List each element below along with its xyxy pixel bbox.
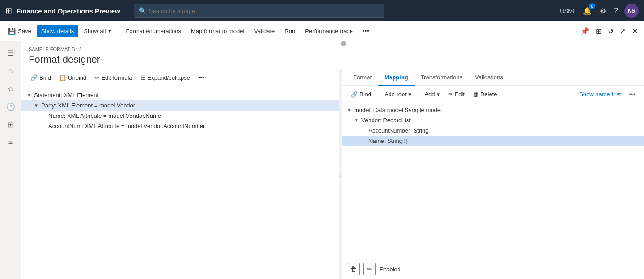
close-button[interactable]: ✕ [629, 24, 640, 38]
tree-item-label-1: Party: XML Element = model.Vendor [41, 102, 135, 109]
format-toolbar: 🔗 Bind 📋 Unbind ✏ Edit formula ☰ Expand/… [21, 69, 339, 86]
delete-button[interactable]: 🗑 Delete [469, 89, 501, 100]
format-more-icon: ••• [198, 74, 204, 81]
top-nav: ⊞ Finance and Operations Preview 🔍 USMF … [0, 0, 644, 21]
add-label: Add [424, 91, 435, 98]
unbind-button[interactable]: 📋 Unbind [55, 72, 90, 83]
mtree-arrow-3 [361, 138, 367, 143]
tab-format[interactable]: Format [347, 69, 378, 86]
mtree-item-name[interactable]: Name: String[!] [342, 136, 644, 146]
mtree-item-vendor[interactable]: ▼ Vendor: Record list [342, 115, 644, 125]
show-name-first-button[interactable]: Show name first [576, 89, 624, 100]
unbind-label: Unbind [68, 74, 86, 81]
cmd-right: 📌 ⊞ ↺ ⤢ ✕ [578, 24, 640, 38]
tree-item-statement[interactable]: ▼ Statement: XML Element [21, 90, 339, 100]
edit-formula-button[interactable]: ✏ Edit formula [91, 72, 136, 83]
help-button[interactable]: ? [612, 5, 620, 17]
notif-badge: 0 [589, 3, 595, 9]
show-all-label: Show all [84, 28, 106, 34]
add-root-icon: + [379, 91, 383, 98]
search-input[interactable] [149, 8, 379, 14]
show-name-first-label: Show name first [579, 91, 621, 98]
app-grid-icon[interactable]: ⊞ [5, 6, 12, 16]
open-new-button[interactable]: ⤢ [617, 24, 628, 38]
format-tree: ▼ Statement: XML Element ▼ Party: XML El… [21, 86, 339, 279]
tree-item-accountnum[interactable]: AccountNum: XML Attribute = model.Vendor… [21, 121, 339, 131]
separator-1 [119, 26, 119, 37]
search-bar[interactable]: 🔍 [134, 4, 384, 18]
page-header: SAMPLE FORMAT B : 2 Format designer [21, 41, 644, 69]
refresh-button[interactable]: ↺ [605, 24, 616, 38]
settings-button[interactable]: ⚙ [598, 5, 608, 17]
unbind-icon: 📋 [59, 74, 66, 81]
tree-item-name[interactable]: Name: XML Attribute = model.Vendor.Name [21, 111, 339, 121]
tab-validations[interactable]: Validations [469, 69, 509, 86]
validate-button[interactable]: Validate [250, 25, 279, 37]
format-enumerations-button[interactable]: Format enumerations [122, 25, 186, 37]
tree-item-party[interactable]: ▼ Party: XML Element = model.Vendor [21, 100, 339, 111]
mapping-more-button[interactable]: ••• [625, 89, 639, 100]
show-details-button[interactable]: Show details [37, 25, 79, 37]
tree-arrow-0: ▼ [27, 93, 32, 98]
sidebar: ☰ ⌂ ☆ 🕐 ⊞ ≡ [0, 41, 21, 279]
mtree-arrow-0: ▼ [347, 107, 352, 112]
search-icon: 🔍 [139, 7, 146, 14]
show-all-button[interactable]: Show all ▾ [79, 25, 115, 37]
sidebar-item-modules[interactable]: ≡ [3, 134, 19, 150]
tree-item-label-2: Name: XML Attribute = model.Vendor.Name [48, 112, 161, 119]
tab-bar: Format Mapping Transformations Validatio… [342, 69, 644, 86]
save-label: Save [18, 28, 31, 34]
mtree-item-label-1: Vendor: Record list [361, 117, 411, 124]
mtree-arrow-2 [361, 128, 367, 133]
run-button[interactable]: Run [280, 25, 300, 37]
add-root-button[interactable]: + Add root ▾ [376, 89, 415, 100]
map-bind-button[interactable]: 🔗 Bind [347, 89, 375, 100]
show-all-arrow-icon: ▾ [108, 28, 111, 34]
sidebar-item-home[interactable]: ⌂ [3, 63, 19, 79]
pinned-button[interactable]: 📌 [578, 24, 592, 38]
save-button[interactable]: 💾 Save [4, 25, 36, 38]
command-more-button[interactable]: ••• [358, 25, 373, 37]
add-root-label: Add root [385, 91, 407, 98]
delete-icon: 🗑 [473, 91, 479, 98]
mtree-item-label-2: AccountNumber: String [369, 127, 428, 134]
gear-icon: ⚙ [600, 7, 606, 15]
designer-layout: 🔗 Bind 📋 Unbind ✏ Edit formula ☰ Expand/… [21, 69, 644, 279]
expand-button[interactable]: ⊞ [593, 24, 604, 38]
mtree-item-model[interactable]: ▼ model: Data model Sample model [342, 105, 644, 115]
add-button[interactable]: + Add ▾ [416, 89, 444, 100]
bind-label: Bind [39, 74, 51, 81]
bottom-delete-button[interactable]: 🗑 [347, 263, 360, 275]
bottom-edit-button[interactable]: ✏ [363, 263, 376, 275]
command-more-icon: ••• [363, 28, 369, 34]
bind-button[interactable]: 🔗 Bind [27, 72, 55, 83]
mapping-toolbar: 🔗 Bind + Add root ▾ + Add ▾ ✏ [342, 86, 644, 103]
map-format-button[interactable]: Map format to model [186, 25, 249, 37]
sidebar-item-favorites[interactable]: ☆ [3, 81, 19, 97]
bottom-edit-icon: ✏ [367, 266, 372, 273]
sidebar-item-workspaces[interactable]: ⊞ [3, 116, 19, 133]
map-bind-icon: 🔗 [351, 91, 358, 98]
help-icon: ? [614, 7, 618, 14]
sidebar-item-recent[interactable]: 🕐 [3, 99, 19, 115]
top-nav-right: USMF 🔔 0 ⚙ ? NS [560, 4, 639, 18]
expand-collapse-icon: ☰ [140, 74, 146, 81]
performance-trace-button[interactable]: Performance trace [301, 25, 357, 37]
mtree-item-label-3: Name: String[!] [369, 137, 407, 144]
avatar[interactable]: NS [624, 4, 639, 18]
edit-button[interactable]: ✏ Edit [445, 89, 468, 100]
bell-button[interactable]: 🔔 0 [581, 5, 593, 17]
format-more-button[interactable]: ••• [195, 72, 208, 83]
status-label: Enabled [379, 266, 401, 273]
mtree-item-accountnumber[interactable]: AccountNumber: String [342, 125, 644, 136]
sidebar-hamburger[interactable]: ☰ [3, 45, 19, 61]
tab-transformations[interactable]: Transformations [415, 69, 469, 86]
expand-collapse-button[interactable]: ☰ Expand/collapse [137, 72, 194, 83]
validate-label: Validate [254, 28, 275, 34]
tree-arrow-1: ▼ [34, 103, 39, 108]
tab-mapping[interactable]: Mapping [378, 69, 414, 86]
env-label: USMF [560, 8, 576, 14]
edit-formula-label: Edit formula [101, 74, 132, 81]
tree-arrow-3 [41, 124, 47, 129]
tree-arrow-2 [41, 113, 47, 118]
